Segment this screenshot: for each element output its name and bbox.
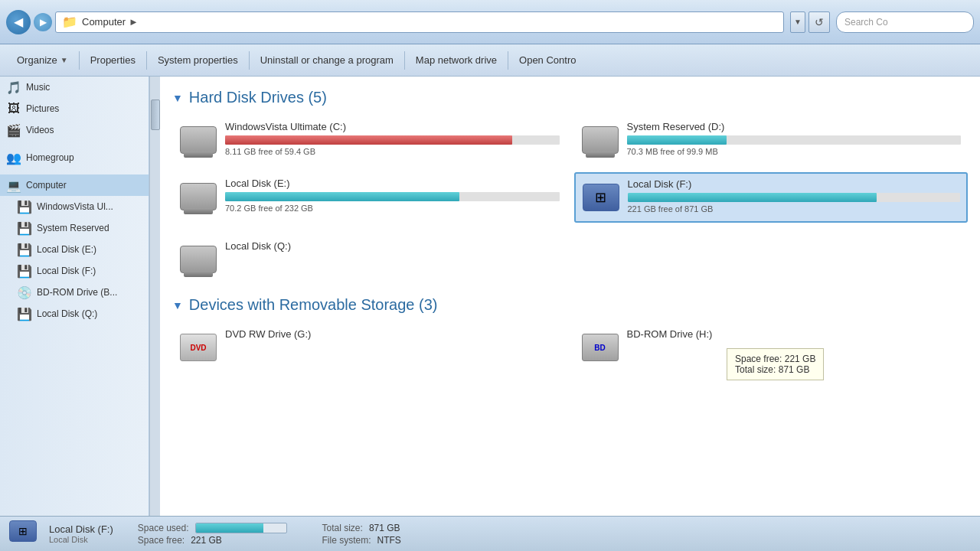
- status-drive-shape: ⊞: [9, 520, 37, 542]
- address-dropdown[interactable]: ▼: [790, 11, 805, 33]
- drive-icon-d: [581, 121, 619, 159]
- sidebar-label-localf: Local Disk (F:): [37, 266, 96, 276]
- scrollbar-thumb[interactable]: [151, 99, 160, 130]
- hdd-shape-d: [582, 126, 619, 154]
- drives-grid: WindowsVista Ultimate (C:) 8.11 GB free …: [172, 116, 968, 223]
- open-control-label: Open Contro: [519, 54, 576, 66]
- drive-info-bdrom: BD-ROM Drive (H:): [627, 328, 962, 343]
- hdd-shape-f: ⊞: [583, 184, 619, 211]
- drive-icon-c: [179, 121, 217, 159]
- sidebar-item-music[interactable]: 🎵 Music: [0, 77, 149, 98]
- sidebar-label-computer: Computer: [26, 180, 67, 191]
- removable-section-arrow[interactable]: ▼: [172, 299, 183, 311]
- drive-item-bdrom[interactable]: BD BD-ROM Drive (H:): [574, 323, 969, 372]
- sidebar-spacer2: [0, 168, 149, 174]
- sidebar-label-windowsvista: WindowsVista Ul...: [37, 201, 113, 212]
- drive-info-e: Local Disk (E:) 70.2 GB free of 232 GB: [225, 178, 560, 213]
- sidebar-item-localf[interactable]: 💾 Local Disk (F:): [0, 260, 149, 282]
- status-total-value: 871 GB: [369, 523, 400, 533]
- status-drive-icon: ⊞: [9, 520, 37, 548]
- drive-name-d: System Reserved (D:): [627, 121, 962, 132]
- status-bar-container: [195, 523, 287, 533]
- status-fs-label: File system:: [322, 535, 371, 546]
- status-info: Local Disk (F:) Local Disk: [49, 523, 113, 544]
- drive-item-q[interactable]: Local Disk (Q:): [172, 235, 531, 284]
- drive-item-d[interactable]: System Reserved (D:) 70.3 MB free of 99.…: [574, 116, 969, 165]
- search-box[interactable]: Search Co: [836, 11, 974, 33]
- sidebar-item-homegroup[interactable]: 👥 Homegroup: [0, 147, 149, 168]
- open-control-button[interactable]: Open Contro: [510, 47, 585, 73]
- status-bar: ⊞ Local Disk (F:) Local Disk Space used:…: [0, 516, 980, 551]
- drive-size-d: 70.3 MB free of 99.9 MB: [627, 147, 962, 156]
- status-filesystem-row: File system: NTFS: [322, 535, 401, 546]
- status-space-used-row: Space used:: [138, 523, 287, 533]
- properties-button[interactable]: Properties: [81, 47, 145, 73]
- sidebar-item-localq[interactable]: 💾 Local Disk (Q:): [0, 303, 149, 324]
- content-area: ▼ Hard Disk Drives (5) WindowsVista Ulti…: [160, 77, 980, 516]
- sidebar-label-localq: Local Disk (Q:): [37, 308, 97, 319]
- drive-name-bdrom: BD-ROM Drive (H:): [627, 328, 962, 340]
- drive-item-e[interactable]: Local Disk (E:) 70.2 GB free of 232 GB: [172, 172, 567, 223]
- removable-section-title: Devices with Removable Storage (3): [189, 296, 438, 314]
- title-bar: ◀ ▶ 📁 Computer ► ▼ ↺ Search Co: [0, 0, 980, 44]
- hdd-shape-c: [180, 126, 217, 154]
- refresh-button[interactable]: ↺: [808, 11, 830, 33]
- drive-item-c[interactable]: WindowsVista Ultimate (C:) 8.11 GB free …: [172, 116, 567, 165]
- uninstall-button[interactable]: Uninstall or change a program: [251, 47, 403, 73]
- drive-item-f[interactable]: ⊞ Local Disk (F:) 221 GB free of 871 GB: [574, 172, 969, 223]
- toolbar-separator-2: [146, 51, 147, 70]
- hdd-section-arrow[interactable]: ▼: [172, 92, 183, 104]
- hdd-section-header: ▼ Hard Disk Drives (5): [172, 89, 968, 106]
- back-button[interactable]: ◀: [6, 10, 31, 34]
- hdd-section-title: Hard Disk Drives (5): [189, 89, 327, 106]
- sidebar-item-windowsvista[interactable]: 💾 WindowsVista Ul...: [0, 196, 149, 217]
- sidebar-scrollbar[interactable]: [149, 77, 160, 516]
- drive-row-q: Local Disk (Q:): [172, 235, 968, 284]
- toolbar-separator-1: [79, 51, 80, 70]
- drive-item-dvd[interactable]: DVD DVD RW Drive (G:): [172, 323, 567, 372]
- hdd-c-icon: 💾: [17, 199, 32, 214]
- status-space-free-value: 221 GB: [191, 535, 222, 546]
- drive-info-q: Local Disk (Q:): [225, 240, 524, 255]
- removable-section-header: ▼ Devices with Removable Storage (3): [172, 296, 968, 314]
- status-space-used-label: Space used:: [138, 523, 189, 533]
- toolbar: Organize ▼ Properties System properties …: [0, 44, 980, 77]
- status-right: Total size: 871 GB File system: NTFS: [322, 523, 401, 546]
- drive-bar-fill-e: [225, 192, 459, 201]
- status-drive-name: Local Disk (F:): [49, 523, 113, 535]
- map-network-button[interactable]: Map network drive: [407, 47, 506, 73]
- sidebar-label-bdrom: BD-ROM Drive (B...: [37, 287, 117, 298]
- uninstall-label: Uninstall or change a program: [260, 54, 394, 66]
- address-bar[interactable]: 📁 Computer ►: [55, 11, 784, 33]
- sidebar-label-videos: Videos: [26, 125, 54, 135]
- hdd-f-icon: 💾: [17, 263, 32, 279]
- organize-button[interactable]: Organize ▼: [8, 47, 77, 73]
- drive-icon-q: [179, 240, 217, 279]
- drive-bar-bg-f: [628, 193, 961, 202]
- sidebar-scroll: 🎵 Music 🖼 Pictures 🎬 Videos 👥 Homegroup: [0, 77, 149, 516]
- sidebar-item-bdrom[interactable]: 💿 BD-ROM Drive (B...: [0, 282, 149, 303]
- hdd-shape-e: [180, 183, 217, 210]
- sidebar-item-locale[interactable]: 💾 Local Disk (E:): [0, 239, 149, 260]
- system-properties-button[interactable]: System properties: [149, 47, 247, 73]
- search-placeholder: Search Co: [844, 17, 888, 28]
- sidebar-label-homegroup: Homegroup: [26, 152, 74, 163]
- computer-icon: 💻: [6, 178, 21, 193]
- drive-bar-fill-f: [628, 193, 877, 202]
- drive-bar-bg-e: [225, 192, 560, 201]
- hdd-e-icon: 💾: [17, 242, 32, 257]
- drive-icon-dvd: DVD: [179, 328, 217, 367]
- forward-button[interactable]: ▶: [34, 13, 52, 31]
- sidebar-item-videos[interactable]: 🎬 Videos: [0, 119, 149, 141]
- sidebar-label-pictures: Pictures: [26, 103, 59, 114]
- music-icon: 🎵: [6, 80, 21, 95]
- drive-info-dvd: DVD RW Drive (G:): [225, 328, 560, 343]
- sidebar-item-pictures[interactable]: 🖼 Pictures: [0, 98, 149, 119]
- drive-info-f: Local Disk (F:) 221 GB free of 871 GB: [628, 178, 961, 214]
- sidebar-item-sysreserved[interactable]: 💾 System Reserved: [0, 217, 149, 239]
- drive-icon-e: [179, 178, 217, 216]
- sidebar-item-computer[interactable]: 💻 Computer: [0, 174, 149, 196]
- sidebar-spacer: [0, 141, 149, 147]
- sidebar-label-sysreserved: System Reserved: [37, 223, 109, 233]
- main-container: 🎵 Music 🖼 Pictures 🎬 Videos 👥 Homegroup: [0, 77, 980, 516]
